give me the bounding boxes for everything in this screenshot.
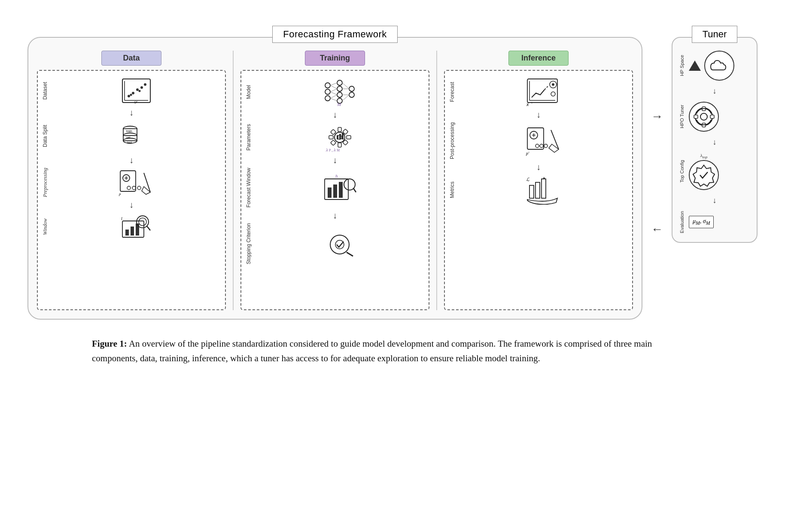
data-label-dataset: Dataset [42,82,50,100]
tuner-label-evaluation: Evaluation [679,211,686,233]
svg-text:p′: p′ [526,151,529,156]
caption-figure-label: Figure 1: [92,339,127,349]
training-icon-model: M [255,77,424,107]
tuner-label-hp-space: HP Space [679,55,686,76]
divider-1 [233,51,234,310]
svg-line-52 [342,83,349,89]
svg-rect-30 [125,230,129,236]
svg-rect-31 [131,227,134,236]
svg-point-45 [349,92,354,97]
svg-point-82 [330,235,349,254]
svg-point-100 [544,144,548,148]
section-data-dashed: Dataset [37,70,226,310]
svg-rect-104 [529,185,534,198]
svg-text:test: test [127,141,132,144]
svg-point-9 [138,90,140,92]
svg-rect-62 [347,136,351,139]
section-training-dashed: Model [240,70,429,310]
svg-rect-113 [710,115,714,118]
svg-text:h: h [335,173,338,178]
svg-line-55 [342,95,349,101]
svg-point-39 [325,96,330,101]
training-label-model: Model [246,85,253,99]
arrow-training-1: ↓ [333,110,337,119]
svg-point-42 [337,92,342,97]
svg-rect-68 [339,134,341,139]
svg-point-25 [137,186,141,190]
training-icon-params: λ P , λ M [255,122,424,152]
svg-line-50 [330,95,337,98]
section-header-training: Training [305,51,365,66]
dataset-icon: 𝒟 [120,77,152,105]
svg-point-38 [325,89,330,94]
tuner-label-hpo: HPO Tuner [679,105,686,128]
data-item-preprocessing: Preprocessing [42,168,221,197]
section-header-data: Data [101,51,161,66]
data-item-window: Window [42,212,221,240]
svg-point-98 [536,144,539,148]
section-inference-dashed: Forecast [444,70,633,310]
inference-label-metrics: Metrics [449,181,457,198]
svg-line-47 [330,85,337,89]
inference-icon-metrics: ℒ [459,175,628,205]
section-header-inference: Inference [508,51,569,66]
svg-rect-78 [339,182,343,198]
tuner-row-top-config: Top Config λtop [679,153,750,190]
arrow-from-tuner: ← [651,222,663,236]
svg-point-41 [337,86,342,91]
svg-point-4 [132,92,134,94]
svg-point-99 [540,144,543,148]
svg-point-3 [128,95,130,97]
model-icon: M [323,77,357,107]
inference-icon-postprocess: p′ [459,126,628,156]
data-icon-preprocessing: p [52,169,221,196]
svg-line-48 [330,89,337,92]
metrics-icon: ℒ [525,175,562,205]
parameters-icon: λ P , λ M [324,122,356,152]
tuner-row-evaluation: Evaluation μM, σM [679,211,750,233]
svg-rect-67 [337,135,338,139]
framework-tuner-arrows: → ← [651,26,663,320]
data-icon-dataset: 𝒟 [52,77,221,105]
datasplit-icon: train val test [118,120,155,152]
arrow-data-2: ↓ [129,156,134,164]
svg-text:l: l [121,216,122,221]
data-item-dataset: Dataset [42,77,221,105]
inference-item-postprocess: Post-processing [449,122,628,159]
section-training: Training Model [240,51,429,310]
svg-rect-69 [342,133,344,139]
arrow-inference-1: ↓ [536,110,541,119]
svg-point-91 [551,92,555,96]
stopping-icon [324,230,356,257]
tuner-arrow-1: ↓ [679,87,750,96]
inference-label-postprocess: Post-processing [449,122,457,159]
svg-line-49 [330,92,337,95]
svg-point-37 [325,83,330,88]
training-label-stopping: Stopping Criterion [246,223,253,264]
svg-text:M: M [337,148,340,152]
arrow-to-tuner: → [651,109,663,123]
tuner-arrow-3: ↓ [679,196,750,205]
svg-point-7 [144,83,146,86]
tuner-row-hpo: HPO Tuner [679,102,750,132]
svg-rect-65 [330,140,336,145]
data-label-window: Window [42,218,50,235]
svg-text:λ: λ [333,147,336,152]
forecast-icon: x̂ + [525,77,562,107]
svg-point-40 [337,80,342,85]
main-container: Forecasting Framework Data Dataset [27,26,758,366]
svg-rect-61 [329,136,333,139]
svg-point-33 [137,216,149,228]
top-config-math: λtop [700,153,707,159]
tuner-wrapper: Tuner HP Space ↓ [672,26,758,243]
svg-rect-0 [122,79,150,103]
gear-rotate-icon [689,102,719,132]
svg-text:M: M [337,102,341,107]
forecasting-framework-wrapper: Forecasting Framework Data Dataset [27,26,642,320]
tuner-arrow-2: ↓ [679,138,750,147]
section-data: Data Dataset [37,51,226,310]
diagram-area: Forecasting Framework Data Dataset [27,26,758,320]
tuner-label-top-config: Top Config [679,160,686,183]
svg-line-35 [147,226,150,230]
svg-line-51 [330,98,337,101]
